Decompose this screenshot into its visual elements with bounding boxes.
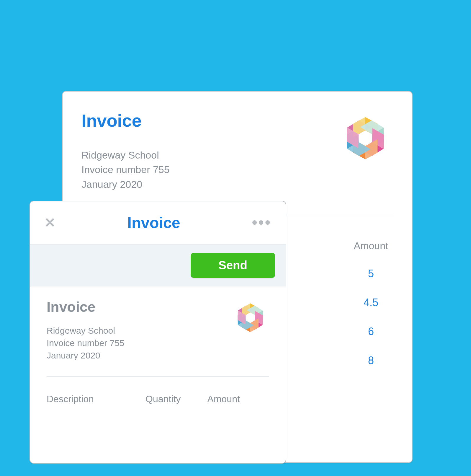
action-bar: Send xyxy=(30,244,286,286)
column-header-amount: Amount xyxy=(207,394,269,405)
column-header-amount: Amount xyxy=(349,240,393,252)
invoice-number: Invoice number 755 xyxy=(47,337,125,349)
divider xyxy=(47,376,269,377)
invoice-subtitle: Invoice xyxy=(47,299,125,315)
amount-value: 5 xyxy=(349,268,393,280)
more-options-icon[interactable]: ••• xyxy=(252,220,272,225)
modal-title: Invoice xyxy=(127,214,180,232)
invoice-date: January 2020 xyxy=(47,349,125,362)
amount-value: 4.5 xyxy=(349,296,393,309)
invoice-columns: Description Quantity Amount xyxy=(47,394,269,405)
close-icon[interactable]: ✕ xyxy=(44,216,56,229)
amount-value: 6 xyxy=(349,325,393,338)
column-header-description: Description xyxy=(47,394,145,405)
invoice-modal-mobile: ✕ Invoice ••• Send Invoice Ridgeway Scho… xyxy=(30,201,286,464)
column-header-quantity: Quantity xyxy=(145,394,207,405)
amount-value: 8 xyxy=(349,354,393,367)
send-button[interactable]: Send xyxy=(191,253,275,278)
customer-name: Ridgeway School xyxy=(81,148,170,162)
company-logo-icon xyxy=(338,110,393,166)
modal-header: ✕ Invoice ••• xyxy=(30,201,286,244)
invoice-date: January 2020 xyxy=(81,177,170,192)
company-logo-icon xyxy=(231,299,269,337)
customer-name: Ridgeway School xyxy=(47,325,125,337)
invoice-title: Invoice xyxy=(81,110,170,131)
invoice-number: Invoice number 755 xyxy=(81,162,170,177)
